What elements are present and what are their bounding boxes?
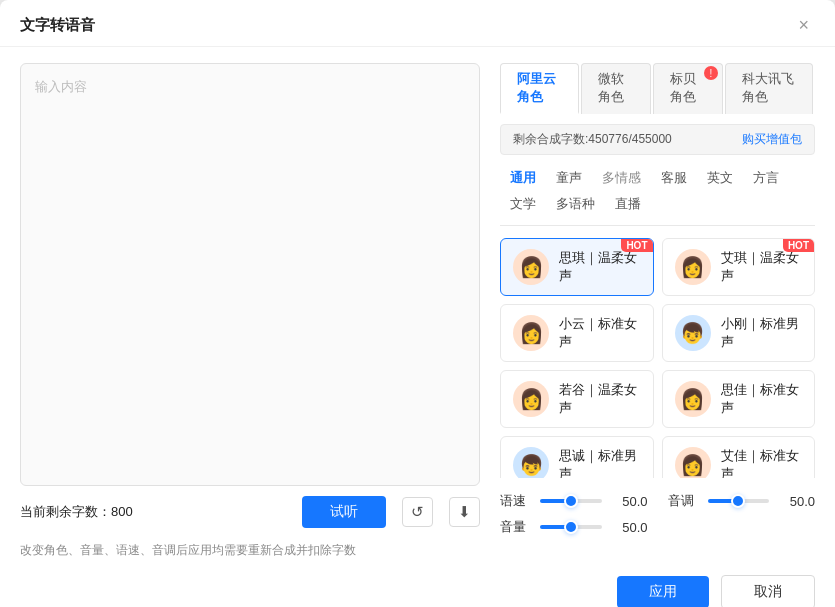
biaobei-badge: ! xyxy=(704,66,718,80)
avatar-aijia: 👩 xyxy=(675,447,711,478)
voice-card-xiaogang[interactable]: 👦 小刚｜标准男声 xyxy=(662,304,816,362)
pitch-label: 音调 xyxy=(668,492,700,510)
avatar-sijia: 👩 xyxy=(675,381,711,417)
remaining-value: 800 xyxy=(111,504,133,519)
history-icon: ↺ xyxy=(411,503,424,521)
volume-label: 音量 xyxy=(500,518,532,536)
voice-card-xiaoyun[interactable]: 👩 小云｜标准女声 xyxy=(500,304,654,362)
right-panel: 阿里云角色 微软角色 标贝角色 ! 科大讯飞角色 剩余合成字数:450776/4… xyxy=(500,63,815,536)
voice-card-sicheng[interactable]: 👦 思诚｜标准男声 xyxy=(500,436,654,478)
voice-name-sijia: 思佳｜标准女声 xyxy=(721,381,803,417)
tab-literature[interactable]: 文学 xyxy=(500,191,546,217)
quota-link[interactable]: 购买增值包 xyxy=(742,131,802,148)
apply-button[interactable]: 应用 xyxy=(617,576,709,607)
trial-button[interactable]: 试听 xyxy=(302,496,386,528)
avatar-xiaoyun: 👩 xyxy=(513,315,549,351)
history-button[interactable]: ↺ xyxy=(402,497,433,527)
voice-card-aizhen[interactable]: 👩 艾琪｜温柔女声 HOT xyxy=(662,238,816,296)
dialog-header: 文字转语音 × xyxy=(0,0,835,47)
tab-service[interactable]: 客服 xyxy=(651,165,697,191)
avatar-xiaogang: 👦 xyxy=(675,315,711,351)
avatar-siqin: 👩 xyxy=(513,249,549,285)
textarea-wrapper: 输入内容 xyxy=(20,63,480,486)
remaining-chars: 当前剩余字数：800 xyxy=(20,503,133,521)
volume-value: 50.0 xyxy=(610,520,648,535)
left-panel: 输入内容 当前剩余字数：800 试听 ↺ ⬇ xyxy=(20,63,480,536)
tab-biaobei[interactable]: 标贝角色 ! xyxy=(653,63,723,114)
dialog-body: 输入内容 当前剩余字数：800 试听 ↺ ⬇ 阿里云角色 xyxy=(0,47,835,536)
tab-multilang[interactable]: 多语种 xyxy=(546,191,605,217)
quota-text: 剩余合成字数:450776/455000 xyxy=(513,131,672,148)
voice-name-ruogu: 若谷｜温柔女声 xyxy=(559,381,641,417)
hot-badge-siqin: HOT xyxy=(621,239,652,252)
voice-card-sijia[interactable]: 👩 思佳｜标准女声 xyxy=(662,370,816,428)
speed-label: 语速 xyxy=(500,492,532,510)
tab-english[interactable]: 英文 xyxy=(697,165,743,191)
main-textarea[interactable] xyxy=(21,64,479,485)
voice-card-siqin[interactable]: 👩 思琪｜温柔女声 HOT xyxy=(500,238,654,296)
voice-name-xiaogang: 小刚｜标准男声 xyxy=(721,315,803,351)
volume-slider[interactable] xyxy=(540,525,602,529)
pitch-slider-row: 音调 50.0 xyxy=(668,492,816,510)
remaining-label: 当前剩余字数： xyxy=(20,504,111,519)
speed-value: 50.0 xyxy=(610,494,648,509)
left-bottom-bar: 当前剩余字数：800 试听 ↺ ⬇ xyxy=(20,486,480,536)
voice-name-aijia: 艾佳｜标准女声 xyxy=(721,447,803,478)
tab-live[interactable]: 直播 xyxy=(605,191,651,217)
avatar-ruogu: 👩 xyxy=(513,381,549,417)
voice-name-aizhen: 艾琪｜温柔女声 xyxy=(721,249,803,285)
speed-slider[interactable] xyxy=(540,499,602,503)
hot-badge-aizhen: HOT xyxy=(783,239,814,252)
voice-name-sicheng: 思诚｜标准男声 xyxy=(559,447,641,478)
tab-general[interactable]: 通用 xyxy=(500,165,546,191)
voice-card-ruogu[interactable]: 👩 若谷｜温柔女声 xyxy=(500,370,654,428)
tab-dialect[interactable]: 方言 xyxy=(743,165,789,191)
dialog: 文字转语音 × 输入内容 当前剩余字数：800 试听 ↺ ⬇ xyxy=(0,0,835,607)
speed-slider-row: 语速 50.0 xyxy=(500,492,648,510)
close-button[interactable]: × xyxy=(792,14,815,36)
voice-card-aijia[interactable]: 👩 艾佳｜标准女声 xyxy=(662,436,816,478)
tab-child[interactable]: 童声 xyxy=(546,165,592,191)
download-button[interactable]: ⬇ xyxy=(449,497,480,527)
category-tabs: 通用 童声 多情感 客服 英文 方言 文学 多语种 直播 xyxy=(500,165,815,226)
pitch-slider[interactable] xyxy=(708,499,770,503)
quota-bar: 剩余合成字数:450776/455000 购买增值包 xyxy=(500,124,815,155)
tab-microsoft[interactable]: 微软角色 xyxy=(581,63,651,114)
sliders-top: 语速 50.0 音调 50.0 xyxy=(500,492,815,510)
provider-tabs: 阿里云角色 微软角色 标贝角色 ! 科大讯飞角色 xyxy=(500,63,815,114)
voice-name-xiaoyun: 小云｜标准女声 xyxy=(559,315,641,351)
pitch-value: 50.0 xyxy=(777,494,815,509)
tab-emotion[interactable]: 多情感 xyxy=(592,165,651,191)
volume-slider-row: 音量 50.0 xyxy=(500,518,658,536)
voice-grid: 👩 思琪｜温柔女声 HOT 👩 艾琪｜温柔女声 HOT 👩 小云｜标准女声 👦 … xyxy=(500,238,815,478)
note-text: 改变角色、音量、语速、音调后应用均需要重新合成并扣除字数 xyxy=(0,536,835,563)
avatar-aizhen: 👩 xyxy=(675,249,711,285)
tab-alibaba[interactable]: 阿里云角色 xyxy=(500,63,579,114)
tab-iflytek[interactable]: 科大讯飞角色 xyxy=(725,63,813,114)
cancel-button[interactable]: 取消 xyxy=(721,575,815,607)
voice-name-siqin: 思琪｜温柔女声 xyxy=(559,249,641,285)
dialog-title: 文字转语音 xyxy=(20,16,95,35)
dialog-footer: 应用 取消 xyxy=(0,563,835,607)
avatar-sicheng: 👦 xyxy=(513,447,549,478)
download-icon: ⬇ xyxy=(458,503,471,521)
